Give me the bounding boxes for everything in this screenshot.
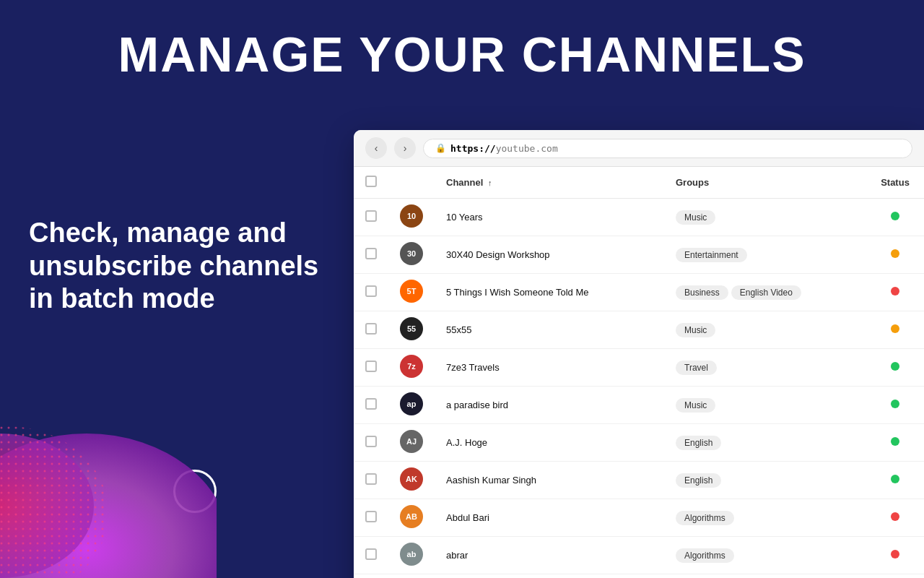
channel-name: 7ze3 Travels [446,362,500,373]
status-cell [866,387,924,424]
status-dot [891,550,899,558]
channel-table: Channel ↑ Groups Status 1010 YearsMusic3… [354,167,924,578]
row-avatar-cell: ab [388,537,435,574]
groups-cell: English [664,462,866,499]
status-cell [866,499,924,537]
table-row: ababrarAlgorithms [354,537,924,574]
row-avatar-cell: AJ [388,424,435,462]
decorative-blob [0,405,217,578]
row-checkbox[interactable] [365,548,377,560]
url-text: https://youtube.com [450,143,558,154]
row-checkbox-cell [354,311,388,349]
groups-header: Groups [664,167,866,199]
channel-name-cell: 30X40 Design Workshop [435,236,664,274]
channel-name-cell: Academind [435,574,664,579]
table-row: 5T5 Things I Wish Someone Told MeBusines… [354,274,924,311]
groups-cell: Music [664,387,866,424]
group-tag[interactable]: Travel [676,361,717,375]
status-cell [866,462,924,499]
row-checkbox[interactable] [365,323,377,335]
avatar-header [388,167,435,199]
status-dot [891,437,899,446]
avatar: 55 [400,317,423,340]
status-dot [891,212,899,220]
channel-name-cell: abrar [435,537,664,574]
channel-header[interactable]: Channel ↑ [435,167,664,199]
channel-name: 55x55 [446,324,471,335]
table-body: 1010 YearsMusic3030X40 Design WorkshopEn… [354,199,924,579]
channel-name-cell: 55x55 [435,311,664,349]
group-tag[interactable]: Music [676,398,715,413]
status-dot [891,362,899,371]
group-tag[interactable]: English [676,436,721,450]
row-checkbox[interactable] [365,210,377,222]
avatar: 7z [400,355,423,378]
group-tag[interactable]: Algorithms [676,511,734,525]
group-tag[interactable]: English [676,473,721,488]
channel-name-cell: Abdul Bari [435,499,664,537]
table-row: AJA.J. HogeEnglish [354,424,924,462]
status-cell [866,274,924,311]
status-cell [866,574,924,579]
channel-name-cell: a paradise bird [435,387,664,424]
table-row: ABAbdul BariAlgorithms [354,499,924,537]
row-avatar-cell: 5T [388,274,435,311]
row-avatar-cell: 30 [388,236,435,274]
row-checkbox[interactable] [365,511,377,522]
back-button[interactable]: ‹ [365,137,387,159]
groups-cell: Music [664,199,866,236]
description-text: Check, manage and unsubscribe channels i… [29,217,332,316]
status-cell [866,349,924,387]
row-avatar-cell: AK [388,462,435,499]
row-checkbox-cell [354,387,388,424]
row-checkbox-cell [354,499,388,537]
row-checkbox[interactable] [365,398,377,410]
row-checkbox[interactable] [365,473,377,485]
forward-button[interactable]: › [394,137,416,159]
url-bar[interactable]: 🔒 https://youtube.com [423,139,912,158]
sort-icon: ↑ [488,178,492,187]
group-tag[interactable]: Entertainment [676,248,747,262]
row-checkbox[interactable] [365,361,377,372]
table-row: 3030X40 Design WorkshopEntertainment [354,236,924,274]
status-cell [866,236,924,274]
lock-icon: 🔒 [435,143,446,153]
groups-cell: Dev Talks [664,574,866,579]
row-checkbox[interactable] [365,436,377,447]
channel-name-cell: Aashish Kumar Singh [435,462,664,499]
row-checkbox-cell [354,274,388,311]
row-avatar-cell: 55 [388,311,435,349]
status-header: Status [866,167,924,199]
status-dot [891,287,899,296]
row-checkbox-cell [354,199,388,236]
select-all-checkbox[interactable] [365,176,377,187]
row-checkbox[interactable] [365,285,377,297]
avatar: AK [400,467,423,491]
select-all-header [354,167,388,199]
avatar: ap [400,392,423,415]
group-tag[interactable]: Music [676,210,715,225]
group-tag[interactable]: Business [676,285,728,300]
browser-window: ‹ › 🔒 https://youtube.com Channel ↑ [354,130,924,578]
group-tag[interactable]: English Video [731,285,801,300]
avatar: ab [400,543,423,566]
groups-cell: Entertainment [664,236,866,274]
status-dot [891,400,899,408]
table-header: Channel ↑ Groups Status [354,167,924,199]
table-row: 1010 YearsMusic [354,199,924,236]
avatar: 10 [400,204,423,228]
row-checkbox[interactable] [365,248,377,259]
status-cell [866,199,924,236]
channel-name: Aashish Kumar Singh [446,475,536,486]
row-avatar-cell: AB [388,499,435,537]
avatar: 5T [400,280,423,303]
avatar: 30 [400,242,423,265]
status-cell [866,537,924,574]
group-tag[interactable]: Music [676,323,715,337]
left-description: Check, manage and unsubscribe channels i… [29,217,332,316]
row-checkbox-cell [354,424,388,462]
row-avatar-cell: ap [388,387,435,424]
table-row: AKAashish Kumar SinghEnglish [354,462,924,499]
main-heading: MANAGE YOUR CHANNELS [0,26,924,82]
group-tag[interactable]: Algorithms [676,548,734,563]
